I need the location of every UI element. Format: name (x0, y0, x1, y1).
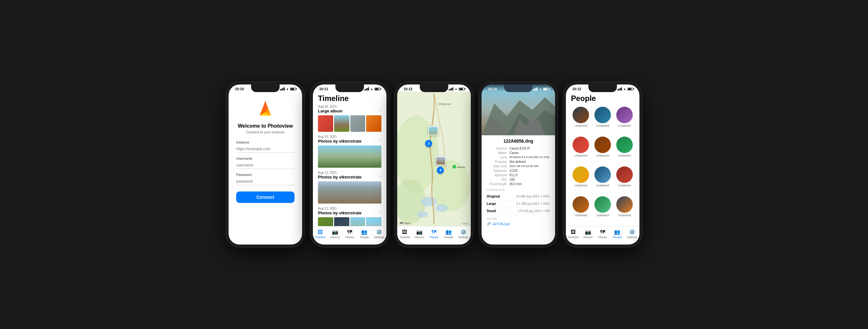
person-avatar-12 (616, 196, 633, 213)
tab-label-people: People (360, 236, 369, 239)
status-time: 10:14 (488, 87, 497, 91)
person-item-1[interactable]: Unlabeled (571, 107, 591, 135)
person-label-12: Unlabeled (618, 214, 631, 217)
person-avatar-11 (594, 196, 611, 213)
tab-label-timeline: Timeline (568, 236, 579, 239)
timeline-title: Timeline (313, 91, 386, 105)
svg-point-9 (421, 197, 437, 207)
person-avatar-6 (616, 137, 633, 153)
tab-people[interactable]: 👥 People (610, 229, 624, 239)
maps-brand: 🗺 Maps (400, 222, 410, 225)
download-small[interactable]: Small 179 KB jpg 1024 × 682 (487, 208, 550, 215)
tab-label-settings: Settings (627, 236, 638, 239)
tab-places[interactable]: 🗺 Places (427, 229, 441, 239)
tab-albums[interactable]: 📷 Albums (581, 229, 595, 239)
notch (504, 84, 533, 92)
instance-input[interactable] (236, 145, 294, 153)
password-input[interactable] (236, 178, 294, 185)
meta-value-aperture: f/11.0 (509, 173, 517, 177)
person-avatar-2 (594, 107, 611, 123)
person-item-5[interactable]: Unlabeled (593, 137, 613, 165)
settings-tab-icon: ⚙️ (460, 229, 467, 235)
svg-point-10 (435, 204, 448, 212)
tab-places[interactable]: 🗺 Places (595, 229, 610, 239)
meta-value-dateshot: 2021-08-15T10:35:39Z (509, 165, 538, 168)
meta-row-focal: Focal length 35.0 mm (487, 182, 550, 186)
person-item-11[interactable]: Unlabeled (593, 196, 613, 224)
meta-label-camera: Camera (487, 147, 509, 150)
person-label-2: Unlabeled (596, 124, 609, 127)
tab-timeline[interactable]: 🖼 Timeline (397, 229, 412, 239)
photo-hero-image (482, 84, 555, 135)
tab-people[interactable]: 👥 People (357, 229, 372, 239)
thumbnail (366, 217, 381, 226)
person-item-9[interactable]: Unlabeled (614, 166, 634, 194)
username-input[interactable] (236, 162, 294, 169)
download-large[interactable]: Large 5.1 MB jpg 6661 × 4441 (487, 200, 550, 208)
map-pin-3[interactable]: 3 (425, 140, 432, 147)
signal-icon (448, 87, 453, 90)
person-item-7[interactable]: Unlabeled (571, 166, 591, 194)
albums-tab-icon: 📷 (332, 229, 338, 235)
connect-button[interactable]: Connect (236, 191, 294, 203)
person-item-2[interactable]: Unlabeled (593, 107, 613, 135)
share-link-text: ukTCNJ.pe (492, 222, 510, 226)
login-content: Welcome to Photoview Connect to your ins… (228, 91, 302, 243)
timeline-thumbs-2 (318, 145, 381, 168)
chevron-icon-4: › (380, 210, 381, 214)
section-album-3: Photos by viktorstrate (318, 175, 362, 180)
meta-row-dateshot: Date shot 2021-08-15T10:35:39Z (487, 165, 550, 168)
timeline-thumbs-1 (318, 115, 381, 132)
chevron-icon-1: › (380, 108, 381, 112)
download-original[interactable]: Original 34 MB dng 6661 × 4441 (487, 193, 550, 200)
people-content: People Unlabeled Unlabeled Unlabeled (566, 91, 640, 243)
maps-legal[interactable]: Legal (462, 222, 468, 225)
download-info-small: 179 KB jpg 1024 × 682 (518, 209, 550, 213)
battery-icon (459, 88, 464, 90)
thumbnail (350, 115, 366, 132)
map-area[interactable]: Blåligrende Jutunnel 3 4 (397, 91, 471, 226)
download-type-original: Original (487, 194, 500, 198)
share-link[interactable]: 🔗 ukTCNJ.pe (487, 222, 550, 226)
person-label-11: Unlabeled (596, 214, 609, 217)
timeline-section-2: Aug 15, 2021 Photos by viktorstrate › (313, 135, 386, 168)
meta-row-camera: Camera Canon EOS R (487, 147, 550, 150)
person-item-6[interactable]: Unlabeled (614, 137, 634, 165)
tab-albums[interactable]: 📷 Albums (412, 229, 426, 239)
person-avatar-9 (616, 166, 633, 183)
signal-icon (364, 87, 369, 90)
albums-tab-icon: 📷 (416, 229, 423, 235)
tab-timeline[interactable]: 🖼 Timeline (313, 229, 328, 239)
places-tab-icon: 🗺 (347, 229, 352, 235)
tab-timeline[interactable]: 🖼 Timeline (566, 229, 581, 239)
person-item-3[interactable]: Unlabeled (614, 107, 634, 135)
thumbnail (334, 115, 349, 132)
password-label: Password (236, 173, 294, 176)
tab-albums[interactable]: 📷 Albums (328, 229, 342, 239)
meta-row-exposure: Exposure 1/125 (487, 169, 550, 172)
meta-value-camera: Canon EOS R (509, 147, 529, 150)
tab-settings[interactable]: ⚙️ Settings (372, 229, 386, 239)
phone-timeline: 10:11 ▲ Timeline Aug 30, 2021 (310, 82, 389, 247)
person-item-4[interactable]: Unlabeled (571, 137, 591, 165)
tab-settings[interactable]: ⚙️ Settings (625, 229, 640, 239)
person-label-8: Unlabeled (596, 184, 609, 187)
person-item-12[interactable]: Unlabeled (614, 196, 634, 224)
meta-row-maker: Maker Canon (487, 151, 550, 155)
tab-label-albums: Albums (415, 236, 424, 239)
section-header-3: Aug 13, 2021 Photos by viktorstrate › (318, 171, 381, 181)
timeline-scroll[interactable]: Aug 30, 2021 Large album › (313, 105, 386, 226)
tab-places[interactable]: 🗺 Places (342, 229, 357, 239)
map-background: Blåligrende Jutunnel 3 4 (397, 91, 471, 226)
section-album-1: Large album (318, 109, 342, 113)
timeline-tab-icon: 🖼 (318, 229, 323, 235)
tab-settings[interactable]: ⚙️ Settings (456, 229, 471, 239)
username-field-group: Username (236, 157, 294, 169)
person-item-10[interactable]: Unlabeled (571, 196, 591, 224)
tab-people[interactable]: 👥 People (441, 229, 456, 239)
map-thumbnail-pin-1 (428, 127, 438, 135)
status-time: 10:12 (404, 87, 412, 91)
welcome-subtitle: Connect to your instance (246, 130, 285, 134)
person-item-8[interactable]: Unlabeled (593, 166, 613, 194)
share-header: SHARE (487, 217, 550, 220)
